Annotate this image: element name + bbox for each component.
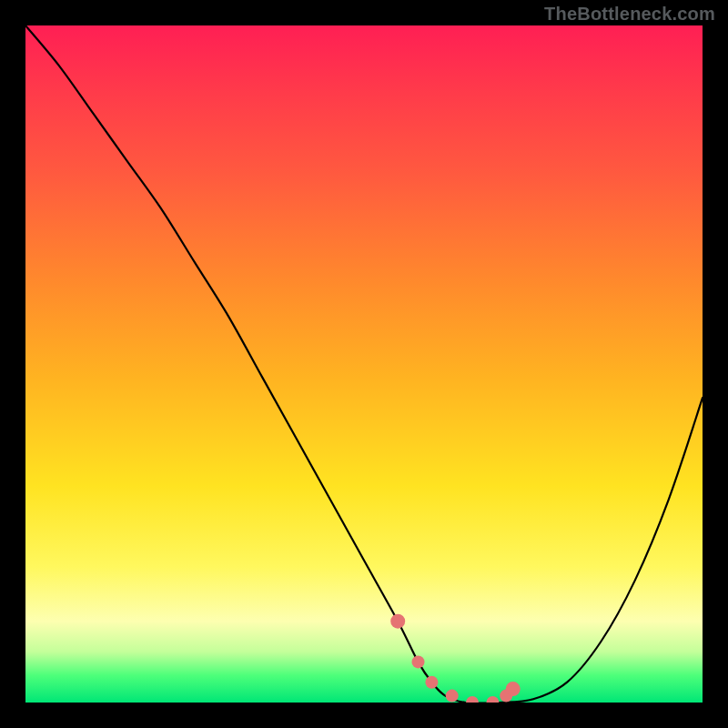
chart-frame: TheBottleneck.com bbox=[0, 0, 728, 728]
attribution-text: TheBottleneck.com bbox=[544, 4, 715, 25]
curve-svg bbox=[25, 25, 703, 703]
highlight-dot bbox=[446, 690, 459, 703]
highlight-dot bbox=[412, 655, 425, 668]
highlight-dot bbox=[486, 696, 499, 703]
bottleneck-curve bbox=[25, 25, 703, 703]
curve-path bbox=[25, 25, 703, 703]
highlight-dot bbox=[390, 614, 405, 629]
chart-plot-area bbox=[25, 25, 703, 703]
highlight-dot bbox=[506, 682, 521, 696]
highlight-markers bbox=[390, 614, 521, 703]
highlight-dot bbox=[425, 676, 438, 689]
highlight-dot bbox=[466, 696, 479, 703]
